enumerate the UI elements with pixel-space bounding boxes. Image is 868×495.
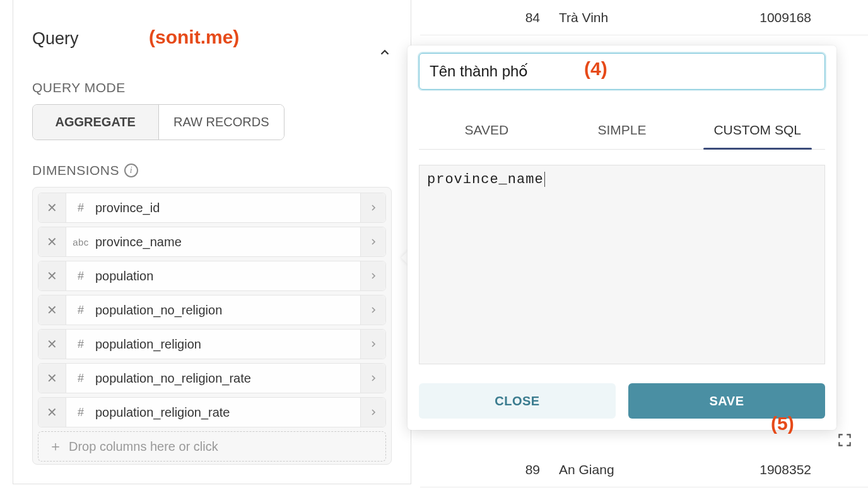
dimension-name: population_no_religion [95, 303, 360, 318]
remove-icon[interactable]: ✕ [38, 295, 66, 325]
type-number-icon: # [66, 406, 95, 419]
cell-name: Trà Vinh [559, 10, 717, 25]
dimension-name: province_name [95, 235, 360, 249]
remove-icon[interactable]: ✕ [38, 193, 66, 222]
text-caret-icon [544, 172, 545, 187]
drop-columns-zone[interactable]: ＋ Drop columns here or click [38, 431, 386, 462]
remove-icon[interactable]: ✕ [38, 398, 66, 427]
watermark-text: (sonit.me) [149, 27, 239, 48]
dimension-item[interactable]: ✕ # population_religion [38, 329, 386, 359]
collapse-icon[interactable] [378, 45, 392, 62]
tab-custom-sql[interactable]: CUSTOM SQL [689, 112, 825, 149]
save-button[interactable]: SAVE [628, 383, 825, 419]
table-row: 84 Trà Vinh 1009168 [420, 0, 868, 35]
chevron-right-icon[interactable] [360, 227, 385, 256]
dimension-name: population [95, 269, 360, 283]
mode-aggregate-button[interactable]: AGGREGATE [33, 105, 159, 140]
type-string-icon: abc [66, 237, 95, 248]
dimension-item[interactable]: ✕ # province_id [38, 193, 386, 223]
expand-icon[interactable] [836, 432, 853, 451]
type-number-icon: # [66, 372, 95, 385]
dimension-item[interactable]: ✕ # population_no_religion [38, 295, 386, 325]
cell-value: 1009168 [717, 10, 830, 25]
query-section-label: Query [32, 29, 79, 49]
chevron-right-icon[interactable] [360, 193, 385, 222]
type-number-icon: # [66, 304, 95, 317]
chevron-right-icon[interactable] [360, 398, 385, 427]
close-button[interactable]: CLOSE [419, 383, 616, 419]
cell-id: 89 [420, 462, 559, 477]
info-icon[interactable]: i [124, 164, 138, 177]
type-number-icon: # [66, 201, 95, 215]
query-mode-label: QUERY MODE [13, 55, 411, 104]
tab-saved[interactable]: SAVED [419, 112, 554, 149]
cell-name: An Giang [559, 462, 717, 477]
chevron-right-icon[interactable] [360, 261, 385, 290]
tab-simple[interactable]: SIMPLE [554, 112, 690, 149]
type-number-icon: # [66, 270, 95, 283]
chevron-right-icon[interactable] [360, 330, 385, 359]
remove-icon[interactable]: ✕ [38, 364, 66, 393]
remove-icon[interactable]: ✕ [38, 330, 66, 359]
remove-icon[interactable]: ✕ [38, 261, 66, 290]
query-panel: Query QUERY MODE AGGREGATE RAW RECORDS D… [13, 0, 411, 484]
cell-value: 1908352 [717, 462, 830, 477]
mode-raw-button[interactable]: RAW RECORDS [159, 105, 284, 140]
dimension-item[interactable]: ✕ # population_religion_rate [38, 397, 386, 427]
chevron-right-icon[interactable] [360, 295, 385, 325]
popover-tabs: SAVED SIMPLE CUSTOM SQL [419, 112, 825, 150]
query-mode-toggle: AGGREGATE RAW RECORDS [32, 104, 284, 140]
dimension-name: population_no_religion_rate [95, 371, 360, 386]
drop-hint-text: Drop columns here or click [69, 439, 218, 454]
sql-text: province_name [427, 172, 544, 188]
column-edit-popover: SAVED SIMPLE CUSTOM SQL province_name CL… [408, 45, 836, 430]
remove-icon[interactable]: ✕ [38, 227, 66, 256]
table-row: 89 An Giang 1908352 [420, 452, 868, 487]
dimension-item[interactable]: ✕ # population_no_religion_rate [38, 363, 386, 393]
custom-sql-editor[interactable]: province_name [419, 165, 825, 364]
cell-id: 84 [420, 10, 559, 25]
dimension-name: population_religion_rate [95, 405, 360, 420]
dimensions-label: DIMENSIONS i [13, 140, 411, 187]
column-label-input[interactable] [419, 53, 825, 90]
dimension-item[interactable]: ✕ abc province_name [38, 227, 386, 257]
chevron-right-icon[interactable] [360, 364, 385, 393]
dimension-name: province_id [95, 201, 360, 215]
dimensions-list: ✕ # province_id ✕ abc province_name ✕ # … [32, 187, 392, 465]
plus-icon: ＋ [49, 437, 62, 456]
dimension-name: population_religion [95, 337, 360, 352]
dimension-item[interactable]: ✕ # population [38, 261, 386, 291]
type-number-icon: # [66, 338, 95, 351]
